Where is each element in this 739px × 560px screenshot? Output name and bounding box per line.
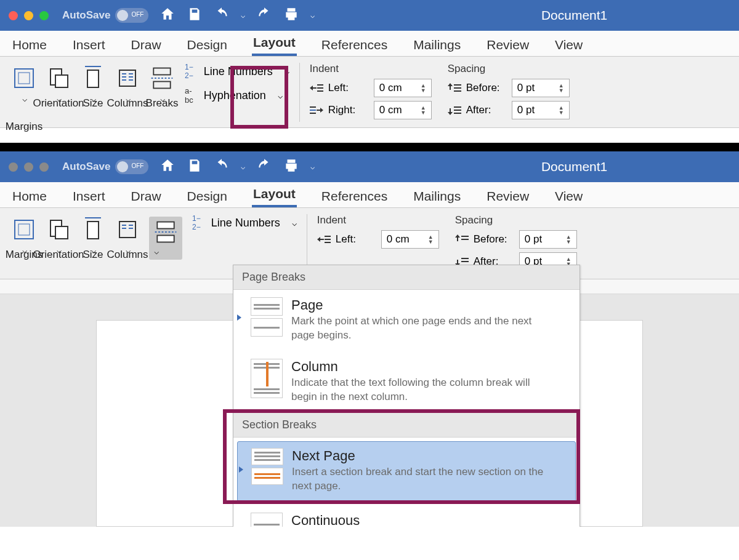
spacing-after-input[interactable]: 0 pt▲▼ [512, 101, 570, 119]
svg-rect-31 [55, 226, 68, 239]
size-button[interactable]: ⌵ Size [78, 214, 108, 257]
columns-icon [115, 65, 140, 91]
home-icon[interactable] [160, 158, 176, 176]
home-icon[interactable] [160, 6, 176, 25]
redo-icon[interactable] [256, 6, 272, 25]
tab-layout[interactable]: Layout [252, 183, 297, 207]
tab-layout[interactable]: Layout [252, 31, 297, 56]
toggle-switch-icon[interactable] [115, 8, 148, 23]
margins-icon [11, 217, 37, 242]
next-page-icon [251, 468, 283, 485]
size-button[interactable]: ⌵ Size [78, 63, 108, 106]
breaks-button[interactable]: ⌵ Breaks [147, 63, 177, 106]
indent-right-icon [310, 105, 323, 115]
title-bar: AutoSave ⌵ ⌵ Document1 [0, 0, 739, 31]
spacing-before-icon [455, 234, 469, 244]
indent-left-icon [310, 83, 323, 93]
undo-icon[interactable] [214, 158, 230, 176]
svg-rect-28 [15, 220, 33, 239]
tab-home[interactable]: Home [11, 185, 48, 207]
more-icon[interactable]: ⌵ [310, 11, 315, 20]
tab-review[interactable]: Review [485, 34, 530, 56]
undo-icon[interactable] [214, 6, 230, 25]
tab-references[interactable]: References [320, 34, 389, 56]
close-dot-icon[interactable] [9, 11, 18, 20]
column-break-icon [251, 359, 283, 398]
ribbon-tabs: Home Insert Draw Design Layout Reference… [0, 182, 739, 208]
close-dot-icon[interactable] [9, 162, 18, 172]
window-controls[interactable] [9, 11, 49, 20]
chevron-down-icon[interactable]: ⌵ [241, 162, 245, 171]
chevron-down-icon[interactable]: ⌵ [241, 11, 245, 20]
tab-view[interactable]: View [554, 185, 584, 207]
svg-rect-1 [18, 73, 30, 84]
indent-group: Indent Left: 0 cm▲▼ Right: 0 cm▲▼ [310, 63, 432, 119]
tab-draw[interactable]: Draw [130, 34, 163, 56]
margins-icon [11, 65, 37, 91]
print-icon[interactable] [283, 158, 299, 176]
indent-left-input[interactable]: 0 cm▲▼ [381, 230, 439, 249]
tab-home[interactable]: Home [11, 34, 48, 56]
ribbon: ⌵ Margins ⌵ Orientation ⌵ Size ⌵ Columns… [0, 57, 739, 128]
zoom-dot-icon[interactable] [39, 162, 49, 172]
minimize-dot-icon[interactable] [24, 162, 33, 172]
svg-rect-41 [157, 235, 174, 242]
svg-rect-6 [119, 70, 135, 86]
indent-right-input[interactable]: 0 cm▲▼ [374, 101, 432, 119]
menu-item-column[interactable]: ColumnIndicate that the text following t… [233, 351, 579, 413]
menu-item-continuous[interactable]: ContinuousInsert a section break and sta… [233, 505, 579, 527]
window-controls[interactable] [9, 162, 49, 172]
autosave-toggle[interactable]: AutoSave [62, 8, 148, 23]
tab-draw[interactable]: Draw [130, 185, 163, 207]
spacing-group: Spacing Before: 0 pt▲▼ After: 0 pt▲▼ [448, 63, 570, 119]
tab-mailings[interactable]: Mailings [412, 185, 462, 207]
tab-insert[interactable]: Insert [71, 34, 107, 56]
columns-button[interactable]: ⌵ Columns [112, 214, 143, 257]
spacing-group: Spacing Before: 0 pt▲▼ After: 0 pt▲▼ [455, 214, 577, 271]
columns-button[interactable]: ⌵ Columns [112, 63, 143, 106]
orientation-button[interactable]: ⌵ Orientation [43, 63, 74, 106]
menu-item-page[interactable]: PageMark the point at which one page end… [233, 290, 579, 351]
orientation-button[interactable]: ⌵ Orientation [43, 214, 74, 257]
tab-review[interactable]: Review [485, 185, 530, 207]
line-numbers-icon: 1−2− [192, 214, 201, 231]
svg-rect-3 [55, 75, 68, 87]
spacing-before-input[interactable]: 0 pt▲▼ [512, 79, 570, 97]
save-icon[interactable] [187, 158, 203, 176]
print-icon[interactable] [283, 6, 299, 25]
tab-references[interactable]: References [320, 185, 389, 207]
toggle-switch-icon[interactable] [115, 159, 148, 174]
tab-mailings[interactable]: Mailings [412, 34, 462, 56]
save-icon[interactable] [187, 6, 203, 25]
indent-group: Indent Left: 0 cm▲▼ [317, 214, 439, 249]
document-title: Document1 [541, 159, 607, 174]
line-numbers-button[interactable]: 1−2− Line Numbers ⌵ [192, 214, 297, 231]
tab-insert[interactable]: Insert [71, 185, 107, 207]
svg-rect-39 [157, 222, 174, 229]
redo-icon[interactable] [256, 158, 272, 176]
svg-rect-29 [18, 224, 30, 235]
hyphenation-button[interactable]: a-bc Hyphenation ⌵ [185, 86, 289, 105]
hyphenation-icon: a-bc [185, 86, 193, 105]
breaks-icon [153, 219, 179, 245]
spacing-after-icon [448, 105, 461, 115]
tab-view[interactable]: View [554, 34, 584, 56]
zoom-dot-icon[interactable] [39, 11, 49, 20]
columns-icon [115, 217, 140, 242]
indent-left-input[interactable]: 0 cm▲▼ [374, 79, 432, 97]
menu-item-next-page[interactable]: Next PageInsert a section break and star… [237, 441, 576, 502]
title-bar: AutoSave ⌵ ⌵ Document1 [0, 151, 739, 182]
line-numbers-button[interactable]: 1−2− Line Numbers ⌵ [185, 63, 289, 80]
autosave-toggle[interactable]: AutoSave [62, 159, 148, 174]
line-numbers-icon: 1−2− [185, 63, 193, 80]
quick-access-toolbar: ⌵ ⌵ [160, 158, 315, 176]
spacing-before-input[interactable]: 0 pt▲▼ [519, 230, 577, 249]
tab-design[interactable]: Design [186, 34, 228, 56]
orientation-icon [46, 217, 71, 242]
tab-design[interactable]: Design [186, 185, 228, 207]
spacing-before-icon [448, 83, 461, 93]
ribbon-tabs: Home Insert Draw Design Layout Reference… [0, 31, 739, 57]
breaks-button-open[interactable]: ⌵ [147, 214, 185, 262]
more-icon[interactable]: ⌵ [310, 162, 315, 171]
minimize-dot-icon[interactable] [24, 11, 33, 20]
